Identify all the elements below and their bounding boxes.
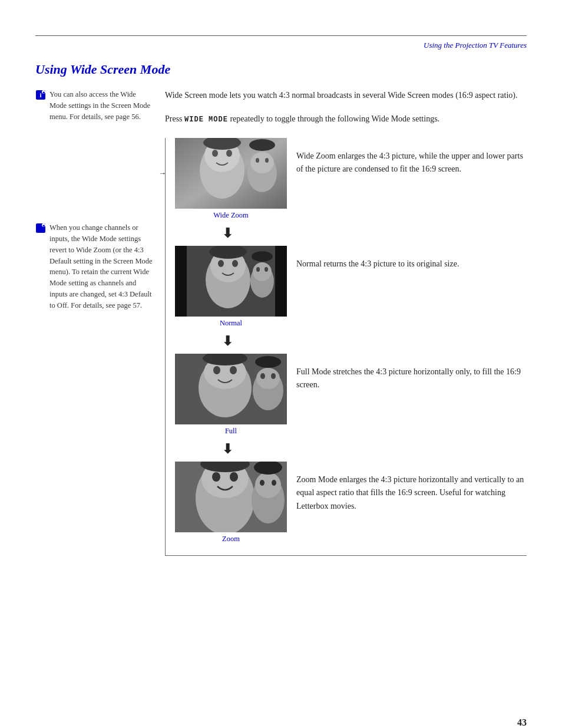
svg-point-24: [218, 260, 224, 267]
svg-point-41: [271, 373, 276, 379]
svg-point-29: [256, 267, 260, 272]
svg-point-11: [212, 150, 218, 157]
svg-point-18: [249, 139, 275, 151]
svg-point-47: [230, 472, 238, 482]
wide-zoom-label: Wide Zoom: [213, 211, 249, 220]
svg-point-46: [212, 472, 220, 482]
svg-point-39: [256, 368, 280, 389]
svg-point-15: [250, 152, 274, 173]
mode-image-zoom: [175, 462, 287, 532]
svg-point-42: [255, 356, 281, 368]
mode-image-col-wide-zoom: Wide Zoom: [175, 138, 287, 220]
zoom-description: Zoom Mode enlarges the 4:3 picture horiz…: [296, 462, 527, 513]
mode-row-zoom: Zoom Zoom Mode enlarges the 4:3 picture …: [175, 462, 527, 543]
note-text-2: When you change channels or inputs, the …: [49, 222, 153, 311]
press-instruction: Press WIDE MODE repeatedly to toggle thr…: [165, 113, 527, 126]
full-label: Full: [225, 427, 237, 436]
chapter-title: Using the Projection TV Features: [424, 41, 527, 50]
note-icon-2: ✱: [35, 223, 46, 233]
svg-point-35: [213, 366, 220, 374]
page-number: 43: [517, 717, 527, 728]
normal-label: Normal: [220, 319, 242, 328]
page-header: Using the Projection TV Features: [0, 36, 562, 57]
arrow-indicator: →: [158, 169, 166, 178]
arrow-down-2: ⬇: [222, 334, 527, 349]
intro-text: Wide Screen mode lets you watch 4:3 norm…: [165, 89, 527, 102]
full-description: Full Mode stretches the 4:3 picture hori…: [296, 354, 527, 392]
mode-image-full: [175, 354, 287, 424]
page-container: Using the Projection TV Features Using W…: [0, 35, 562, 728]
sidebar: i ✱ You can also access the Wide Mode se…: [35, 89, 153, 556]
mode-image-col-zoom: Zoom: [175, 462, 287, 543]
svg-rect-20: [175, 246, 187, 317]
svg-point-16: [256, 158, 259, 163]
svg-point-17: [265, 158, 269, 163]
mode-image-wide-zoom: [175, 138, 287, 209]
svg-point-40: [260, 373, 265, 379]
mode-image-normal: [175, 246, 287, 317]
svg-point-31: [252, 251, 273, 262]
note-icon-1: i ✱: [35, 90, 46, 100]
note-block-1: i ✱ You can also access the Wide Mode se…: [35, 89, 153, 122]
main-content: i ✱ You can also access the Wide Mode se…: [35, 89, 527, 556]
svg-point-52: [272, 480, 276, 486]
svg-text:i: i: [39, 91, 41, 98]
arrow-down-3: ⬇: [222, 442, 527, 457]
note-block-2: ✱ When you change channels or inputs, th…: [35, 222, 153, 311]
wide-zoom-description: Wide Zoom enlarges the 4:3 picture, whil…: [296, 138, 527, 176]
svg-point-30: [265, 267, 268, 272]
mode-row-full: Full Full Mode stretches the 4:3 picture…: [175, 354, 527, 436]
note-text-1: You can also access the Wide Mode settin…: [49, 89, 153, 122]
zoom-label: Zoom: [222, 535, 240, 543]
svg-point-28: [253, 262, 272, 281]
mode-image-col-full: Full: [175, 354, 287, 436]
svg-point-51: [260, 480, 265, 486]
arrow-down-1: ⬇: [222, 226, 527, 241]
normal-description: Normal returns the 4:3 picture to its or…: [296, 246, 527, 271]
svg-point-36: [230, 366, 237, 374]
svg-point-12: [226, 150, 232, 157]
svg-rect-21: [275, 246, 287, 317]
mode-row-wide-zoom: Wide Zoom Wide Zoom enlarges the 4:3 pic…: [175, 138, 527, 220]
content-right: Wide Screen mode lets you watch 4:3 norm…: [165, 89, 527, 556]
svg-point-25: [232, 260, 238, 267]
svg-point-50: [255, 472, 281, 498]
mode-row-normal: Normal Normal returns the 4:3 picture to…: [175, 246, 527, 328]
mode-image-col-normal: Normal: [175, 246, 287, 328]
modes-outer-box: →: [165, 138, 527, 556]
section-title: Using Wide Screen Mode: [35, 62, 527, 77]
